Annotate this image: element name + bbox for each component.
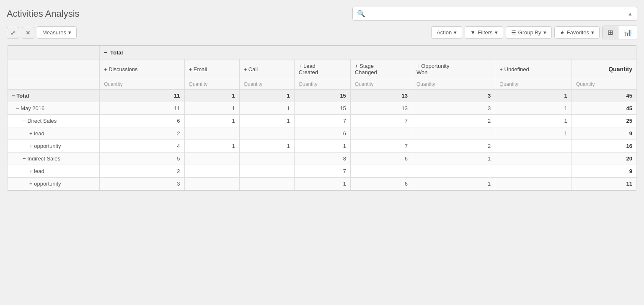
table-body: − Total111115133145− May 201611111513314…: [8, 90, 637, 190]
row-cell: 5: [100, 152, 185, 165]
table-row: − Indirect Sales586120: [8, 152, 637, 165]
row-cell: [184, 127, 239, 140]
row-cell: 1: [495, 127, 572, 140]
search-dropdown-icon[interactable]: ▲: [628, 11, 633, 17]
row-cell: 8: [294, 152, 350, 165]
chart-view-button[interactable]: 📊: [618, 26, 637, 39]
row-cell: [184, 165, 239, 178]
row-cell: 1: [239, 115, 294, 127]
table-sub-header: Quantity Quantity Quantity Quantity Quan…: [8, 79, 637, 90]
sub-header-discussions-qty: Quantity: [100, 79, 185, 90]
row-cell: 13: [350, 90, 412, 102]
pivot-table: − Total + Discussions + Email + Call + L…: [7, 46, 637, 190]
row-cell: 3: [412, 102, 495, 115]
table-row: + opportunity41117216: [8, 140, 637, 152]
groupby-icon: ☰: [511, 29, 516, 36]
row-cell: [495, 140, 572, 152]
groupby-label: Group By: [518, 29, 541, 36]
row-cell: 6: [100, 115, 185, 127]
action-dropdown-icon: ▾: [454, 29, 457, 36]
row-cell: 1: [184, 115, 239, 127]
row-cell: 2: [100, 127, 185, 140]
sub-header-call-qty: Quantity: [239, 79, 294, 90]
filters-dropdown-icon: ▾: [495, 29, 498, 36]
col-header-call: + Call: [239, 59, 294, 79]
table-row: + opportunity316111: [8, 178, 637, 190]
total-group-label: Total: [110, 49, 123, 56]
row-cell: [412, 127, 495, 140]
search-input[interactable]: [369, 10, 624, 17]
row-cell: 1: [294, 140, 350, 152]
grid-view-button[interactable]: ⊞: [603, 26, 618, 39]
row-cell: [239, 152, 294, 165]
sub-header-opp-qty: Quantity: [412, 79, 495, 90]
row-cell: 1: [495, 90, 572, 102]
table-column-header: + Discussions + Email + Call + LeadCreat…: [8, 59, 637, 79]
row-cell: 1: [495, 115, 572, 127]
row-cell: 1: [412, 152, 495, 165]
table-row: − Total111115133145: [8, 90, 637, 102]
row-cell: 3: [100, 178, 185, 190]
header-row: Activities Analysis 🔍 ▲: [7, 7, 637, 21]
sub-header-stage-qty: Quantity: [350, 79, 412, 90]
empty-header: [8, 46, 100, 59]
table-container: − Total + Discussions + Email + Call + L…: [7, 45, 637, 191]
row-cell: 7: [294, 115, 350, 127]
favorites-button[interactable]: ★ Favorites ▾: [554, 26, 600, 39]
row-cell: 11: [572, 178, 636, 190]
view-group: ⊞ 📊: [602, 26, 637, 39]
row-cell: 6: [350, 152, 412, 165]
row-label: − Total: [8, 90, 100, 102]
row-cell: 1: [294, 178, 350, 190]
groupby-button[interactable]: ☰ Group By ▾: [506, 26, 552, 39]
row-label: − May 2016: [8, 102, 100, 115]
row-cell: 6: [294, 127, 350, 140]
row-cell: 7: [350, 115, 412, 127]
row-cell: 1: [184, 140, 239, 152]
action-label: Action: [437, 29, 452, 36]
action-button[interactable]: Action ▾: [431, 26, 462, 39]
row-cell: 4: [100, 140, 185, 152]
row-cell: [495, 178, 572, 190]
row-cell: 9: [572, 165, 636, 178]
measures-dropdown-icon: ▾: [68, 29, 71, 36]
page-title: Activities Analysis: [7, 8, 80, 19]
row-cell: 9: [572, 127, 636, 140]
row-cell: 1: [495, 102, 572, 115]
row-label: − Direct Sales: [8, 115, 100, 127]
row-cell: [239, 165, 294, 178]
row-label: + lead: [8, 165, 100, 178]
row-cell: 1: [239, 90, 294, 102]
sub-header-undef-qty: Quantity: [495, 79, 572, 90]
row-label: + opportunity: [8, 140, 100, 152]
filters-button[interactable]: ▼ Filters ▾: [465, 26, 503, 39]
minus-icon: −: [104, 49, 107, 56]
row-cell: 16: [572, 140, 636, 152]
sub-header-lead-qty: Quantity: [294, 79, 350, 90]
row-cell: [239, 127, 294, 140]
row-cell: 11: [100, 90, 185, 102]
expand-button[interactable]: ⤢: [7, 27, 19, 39]
col-header-email: + Email: [184, 59, 239, 79]
row-label: + opportunity: [8, 178, 100, 190]
filters-label: Filters: [478, 29, 492, 36]
toolbar-row: ⤢ ✕ Measures ▾ Action ▾ ▼ Filters ▾ ☰ Gr…: [7, 26, 637, 39]
row-cell: 11: [100, 102, 185, 115]
compress-button[interactable]: ✕: [22, 27, 34, 39]
row-cell: 25: [572, 115, 636, 127]
row-cell: 15: [294, 90, 350, 102]
measures-button[interactable]: Measures ▾: [37, 26, 77, 39]
row-cell: [495, 165, 572, 178]
row-cell: 1: [184, 90, 239, 102]
table-row: + lead2619: [8, 127, 637, 140]
filters-icon: ▼: [470, 29, 476, 36]
row-cell: [350, 127, 412, 140]
row-cell: 45: [572, 90, 636, 102]
row-cell: 1: [184, 102, 239, 115]
row-cell: 13: [350, 102, 412, 115]
row-cell: 3: [412, 90, 495, 102]
row-cell: 7: [350, 140, 412, 152]
col-header-discussions: + Discussions: [100, 59, 185, 79]
col-header-opportunity-won: + OpportunityWon: [412, 59, 495, 79]
row-cell: 2: [100, 165, 185, 178]
